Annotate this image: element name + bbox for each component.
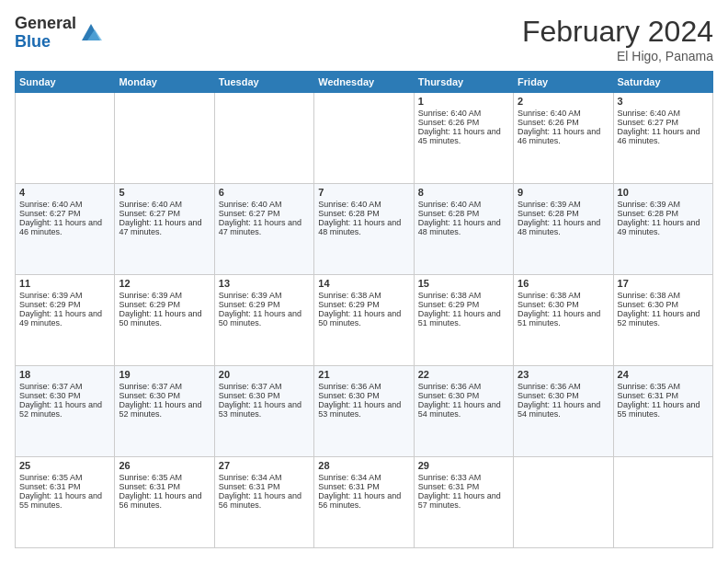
calendar-cell: 3Sunrise: 6:40 AM Sunset: 6:27 PM Daylig… <box>613 93 712 184</box>
calendar-cell <box>214 93 313 184</box>
day-info: Sunrise: 6:39 AM Sunset: 6:29 PM Dayligh… <box>219 291 301 327</box>
day-info: Sunrise: 6:38 AM Sunset: 6:29 PM Dayligh… <box>318 291 401 327</box>
calendar-header-monday: Monday <box>115 72 214 93</box>
calendar-header-tuesday: Tuesday <box>214 72 313 93</box>
day-number: 23 <box>518 369 609 380</box>
calendar-week-row: 18Sunrise: 6:37 AM Sunset: 6:30 PM Dayli… <box>16 366 713 457</box>
calendar-cell: 25Sunrise: 6:35 AM Sunset: 6:31 PM Dayli… <box>16 457 115 548</box>
day-info: Sunrise: 6:34 AM Sunset: 6:31 PM Dayligh… <box>219 473 301 510</box>
day-info: Sunrise: 6:36 AM Sunset: 6:30 PM Dayligh… <box>318 382 401 419</box>
day-info: Sunrise: 6:35 AM Sunset: 6:31 PM Dayligh… <box>119 473 201 510</box>
day-info: Sunrise: 6:37 AM Sunset: 6:30 PM Dayligh… <box>119 382 201 419</box>
calendar-cell <box>613 457 712 548</box>
day-number: 7 <box>318 187 409 198</box>
calendar-table: SundayMondayTuesdayWednesdayThursdayFrid… <box>15 71 713 548</box>
calendar-cell: 10Sunrise: 6:39 AM Sunset: 6:28 PM Dayli… <box>613 184 712 275</box>
logo-general-text: General <box>15 15 76 33</box>
day-info: Sunrise: 6:40 AM Sunset: 6:27 PM Dayligh… <box>19 200 102 236</box>
calendar-week-row: 1Sunrise: 6:40 AM Sunset: 6:26 PM Daylig… <box>16 93 713 184</box>
day-info: Sunrise: 6:39 AM Sunset: 6:28 PM Dayligh… <box>618 200 700 236</box>
calendar-week-row: 4Sunrise: 6:40 AM Sunset: 6:27 PM Daylig… <box>16 184 713 275</box>
day-number: 20 <box>219 369 310 380</box>
day-number: 1 <box>418 96 509 107</box>
calendar-cell: 20Sunrise: 6:37 AM Sunset: 6:30 PM Dayli… <box>214 366 313 457</box>
calendar-cell: 7Sunrise: 6:40 AM Sunset: 6:28 PM Daylig… <box>314 184 414 275</box>
calendar-week-row: 11Sunrise: 6:39 AM Sunset: 6:29 PM Dayli… <box>16 275 713 366</box>
day-number: 29 <box>418 460 509 471</box>
day-info: Sunrise: 6:37 AM Sunset: 6:30 PM Dayligh… <box>219 382 301 419</box>
day-number: 26 <box>119 460 210 471</box>
calendar-cell: 15Sunrise: 6:38 AM Sunset: 6:29 PM Dayli… <box>414 275 513 366</box>
day-number: 12 <box>119 278 210 289</box>
title-block: February 2024 El Higo, Panama <box>522 15 713 63</box>
logo-icon <box>78 20 104 46</box>
day-number: 27 <box>219 460 310 471</box>
day-number: 18 <box>19 369 110 380</box>
page: General Blue February 2024 El Higo, Pana… <box>0 0 728 563</box>
day-info: Sunrise: 6:36 AM Sunset: 6:30 PM Dayligh… <box>418 382 501 419</box>
day-number: 21 <box>318 369 409 380</box>
calendar-cell: 17Sunrise: 6:38 AM Sunset: 6:30 PM Dayli… <box>613 275 712 366</box>
calendar-cell <box>514 457 613 548</box>
calendar-cell: 5Sunrise: 6:40 AM Sunset: 6:27 PM Daylig… <box>115 184 214 275</box>
day-number: 16 <box>518 278 609 289</box>
calendar-cell: 19Sunrise: 6:37 AM Sunset: 6:30 PM Dayli… <box>115 366 214 457</box>
day-number: 14 <box>318 278 409 289</box>
calendar-week-row: 25Sunrise: 6:35 AM Sunset: 6:31 PM Dayli… <box>16 457 713 548</box>
day-number: 8 <box>418 187 509 198</box>
calendar-cell: 2Sunrise: 6:40 AM Sunset: 6:26 PM Daylig… <box>514 93 613 184</box>
day-info: Sunrise: 6:38 AM Sunset: 6:29 PM Dayligh… <box>418 291 501 327</box>
calendar-cell: 14Sunrise: 6:38 AM Sunset: 6:29 PM Dayli… <box>314 275 414 366</box>
day-number: 6 <box>219 187 310 198</box>
day-info: Sunrise: 6:33 AM Sunset: 6:31 PM Dayligh… <box>418 473 501 510</box>
calendar-header-saturday: Saturday <box>613 72 712 93</box>
day-info: Sunrise: 6:40 AM Sunset: 6:27 PM Dayligh… <box>618 109 700 145</box>
calendar-cell <box>314 93 414 184</box>
header: General Blue February 2024 El Higo, Pana… <box>15 15 713 63</box>
logo: General Blue <box>15 15 104 52</box>
calendar-cell: 11Sunrise: 6:39 AM Sunset: 6:29 PM Dayli… <box>16 275 115 366</box>
calendar-cell: 23Sunrise: 6:36 AM Sunset: 6:30 PM Dayli… <box>514 366 613 457</box>
day-number: 17 <box>618 278 709 289</box>
calendar-cell: 21Sunrise: 6:36 AM Sunset: 6:30 PM Dayli… <box>314 366 414 457</box>
location: El Higo, Panama <box>522 49 713 63</box>
day-info: Sunrise: 6:38 AM Sunset: 6:30 PM Dayligh… <box>618 291 700 327</box>
calendar-cell: 13Sunrise: 6:39 AM Sunset: 6:29 PM Dayli… <box>214 275 313 366</box>
calendar-cell: 1Sunrise: 6:40 AM Sunset: 6:26 PM Daylig… <box>414 93 513 184</box>
day-number: 4 <box>19 187 110 198</box>
day-info: Sunrise: 6:34 AM Sunset: 6:31 PM Dayligh… <box>318 473 401 510</box>
day-info: Sunrise: 6:38 AM Sunset: 6:30 PM Dayligh… <box>518 291 600 327</box>
day-info: Sunrise: 6:39 AM Sunset: 6:28 PM Dayligh… <box>518 200 600 236</box>
calendar-cell: 22Sunrise: 6:36 AM Sunset: 6:30 PM Dayli… <box>414 366 513 457</box>
calendar-header-sunday: Sunday <box>16 72 115 93</box>
calendar-header-row: SundayMondayTuesdayWednesdayThursdayFrid… <box>16 72 713 93</box>
day-info: Sunrise: 6:40 AM Sunset: 6:28 PM Dayligh… <box>418 200 501 236</box>
day-info: Sunrise: 6:39 AM Sunset: 6:29 PM Dayligh… <box>119 291 201 327</box>
day-number: 3 <box>618 96 709 107</box>
day-number: 25 <box>19 460 110 471</box>
day-info: Sunrise: 6:40 AM Sunset: 6:28 PM Dayligh… <box>318 200 401 236</box>
calendar-cell: 9Sunrise: 6:39 AM Sunset: 6:28 PM Daylig… <box>514 184 613 275</box>
calendar-cell: 28Sunrise: 6:34 AM Sunset: 6:31 PM Dayli… <box>314 457 414 548</box>
day-number: 2 <box>518 96 609 107</box>
day-number: 13 <box>219 278 310 289</box>
day-number: 5 <box>119 187 210 198</box>
day-number: 11 <box>19 278 110 289</box>
calendar-cell: 24Sunrise: 6:35 AM Sunset: 6:31 PM Dayli… <box>613 366 712 457</box>
calendar-cell <box>115 93 214 184</box>
calendar-cell: 18Sunrise: 6:37 AM Sunset: 6:30 PM Dayli… <box>16 366 115 457</box>
day-info: Sunrise: 6:36 AM Sunset: 6:30 PM Dayligh… <box>518 382 600 419</box>
calendar-cell <box>16 93 115 184</box>
day-info: Sunrise: 6:40 AM Sunset: 6:27 PM Dayligh… <box>219 200 301 236</box>
day-number: 24 <box>618 369 709 380</box>
day-info: Sunrise: 6:39 AM Sunset: 6:29 PM Dayligh… <box>19 291 102 327</box>
calendar-cell: 16Sunrise: 6:38 AM Sunset: 6:30 PM Dayli… <box>514 275 613 366</box>
calendar-cell: 27Sunrise: 6:34 AM Sunset: 6:31 PM Dayli… <box>214 457 313 548</box>
day-number: 10 <box>618 187 709 198</box>
calendar-cell: 12Sunrise: 6:39 AM Sunset: 6:29 PM Dayli… <box>115 275 214 366</box>
logo-blue-text: Blue <box>15 33 76 52</box>
day-info: Sunrise: 6:35 AM Sunset: 6:31 PM Dayligh… <box>618 382 700 419</box>
day-number: 15 <box>418 278 509 289</box>
calendar-header-thursday: Thursday <box>414 72 513 93</box>
month-title: February 2024 <box>522 15 713 49</box>
